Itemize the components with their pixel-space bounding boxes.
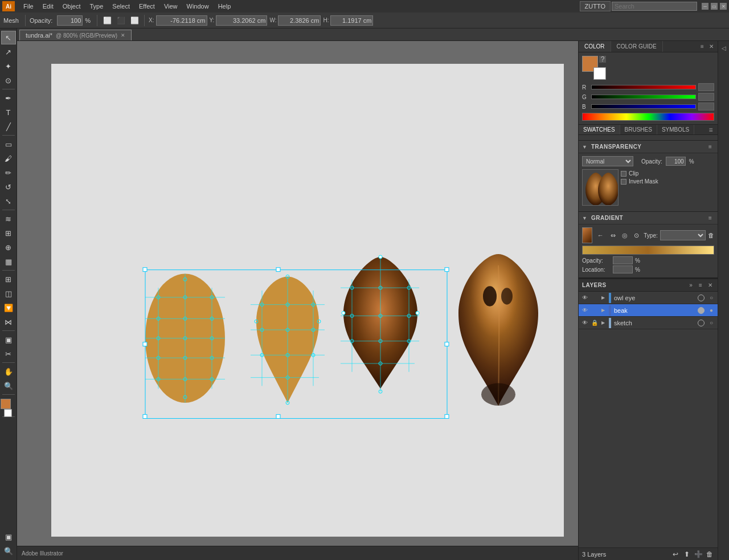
color-panel-menu-icon[interactable]: ≡ xyxy=(698,43,706,51)
selection-tool[interactable]: ↖ xyxy=(1,31,16,44)
restore-button[interactable]: ▭ xyxy=(711,3,718,10)
layers-expand-icon[interactable]: » xyxy=(687,281,695,289)
gradient-location-input[interactable] xyxy=(613,265,633,273)
gradient-linear-icon[interactable]: ⊙ xyxy=(631,230,641,240)
gradient-reverse-icon[interactable]: ← xyxy=(595,230,606,241)
symbol-spray-tool[interactable]: ⊕ xyxy=(1,240,16,254)
layer-expand-sketch[interactable]: ▶ xyxy=(600,320,606,326)
tab-color[interactable]: COLOR xyxy=(579,41,611,52)
new-layer-from-selection-button[interactable]: ⬆ xyxy=(682,550,691,559)
layer-circle-beak[interactable]: ● xyxy=(707,306,715,314)
r-value-input[interactable] xyxy=(698,83,714,91)
workspace-selector[interactable]: ZUTTO xyxy=(580,1,611,11)
change-screen-mode-button[interactable]: ▣ xyxy=(1,530,16,543)
gradient-radial-icon[interactable]: ◎ xyxy=(620,230,630,240)
color-spectrum[interactable] xyxy=(582,113,714,121)
new-layer-button[interactable]: ➕ xyxy=(694,550,703,559)
zoom-icon[interactable]: 🔍 xyxy=(1,544,16,558)
gradient-delete-icon[interactable]: 🗑 xyxy=(708,230,714,240)
stroke-fill-swatches[interactable] xyxy=(1,399,17,415)
panel-toggle-btn-1[interactable]: ◁ xyxy=(719,43,728,52)
gradient-type-select[interactable] xyxy=(660,230,706,240)
gradient-opacity-input[interactable] xyxy=(613,256,633,264)
gradient-header[interactable]: ▼ GRADIENT ≡ xyxy=(579,212,718,224)
layer-target-sketch[interactable] xyxy=(698,320,705,326)
make-sublayer-button[interactable]: ↩ xyxy=(671,550,680,559)
b-value-input[interactable] xyxy=(698,103,714,111)
color-swatches-display[interactable]: ? xyxy=(582,56,606,80)
layer-expand-beak[interactable]: ▶ xyxy=(600,308,606,313)
layer-visibility-owl-eye[interactable]: 👁 xyxy=(581,294,589,302)
menu-select[interactable]: Select xyxy=(108,2,134,11)
r-slider[interactable] xyxy=(591,85,696,89)
column-graph-tool[interactable]: ▦ xyxy=(1,255,16,268)
tab-brushes[interactable]: BRUSHES xyxy=(620,125,657,134)
gradient-menu-icon[interactable]: ≡ xyxy=(706,214,714,222)
layers-close-icon[interactable]: ✕ xyxy=(706,281,714,289)
close-button[interactable]: ✕ xyxy=(720,3,727,10)
tab-close-button[interactable]: ✕ xyxy=(121,32,125,38)
menu-effect[interactable]: Effect xyxy=(135,2,159,11)
fill-swatch[interactable] xyxy=(1,399,11,409)
layers-menu-icon[interactable]: ≡ xyxy=(697,281,705,289)
lasso-tool[interactable]: ⊙ xyxy=(1,73,16,87)
rotate-tool[interactable]: ↺ xyxy=(1,180,16,194)
tab-swatches[interactable]: SWATCHES xyxy=(579,125,620,134)
tab-symbols[interactable]: SYMBOLS xyxy=(657,125,694,134)
hand-tool[interactable]: ✋ xyxy=(1,365,16,378)
opacity-input[interactable] xyxy=(57,15,83,26)
layer-expand-owl-eye[interactable]: ▶ xyxy=(600,295,606,301)
align-left-icon[interactable]: ⬜ xyxy=(101,15,113,26)
layer-visibility-beak[interactable]: 👁 xyxy=(581,306,589,314)
menu-type[interactable]: Type xyxy=(86,2,108,11)
blend-tool[interactable]: ⋈ xyxy=(1,315,16,329)
delete-layer-button[interactable]: 🗑 xyxy=(705,550,714,559)
color-panel-collapse-icon[interactable]: ✕ xyxy=(707,43,715,51)
free-transform-tool[interactable]: ⊞ xyxy=(1,226,16,240)
magic-wand-tool[interactable]: ✦ xyxy=(1,59,16,73)
layer-circle-owl-eye[interactable]: ○ xyxy=(707,294,715,302)
menu-edit[interactable]: Edit xyxy=(39,2,58,11)
rectangle-tool[interactable]: ▭ xyxy=(1,137,16,151)
document-tab[interactable]: tundra.ai* @ 800% (RGB/Preview) ✕ xyxy=(19,30,132,40)
x-input[interactable] xyxy=(156,15,207,26)
warp-tool[interactable]: ≋ xyxy=(1,212,16,226)
gradient-tool[interactable]: ◫ xyxy=(1,287,16,300)
paintbrush-tool[interactable]: 🖌 xyxy=(1,152,16,165)
layer-target-beak[interactable] xyxy=(698,307,705,314)
minimize-button[interactable]: ─ xyxy=(702,3,708,10)
gradient-options-icon[interactable]: ⇔ xyxy=(607,230,619,241)
y-input[interactable] xyxy=(216,15,267,26)
scale-tool[interactable]: ⤡ xyxy=(1,194,16,208)
layer-target-owl-eye[interactable] xyxy=(698,295,705,301)
menu-view[interactable]: View xyxy=(160,2,182,11)
pencil-tool[interactable]: ✏ xyxy=(1,166,16,179)
invert-mask-checkbox[interactable] xyxy=(621,179,626,185)
menu-window[interactable]: Window xyxy=(183,2,213,11)
gradient-preview-thumb[interactable] xyxy=(582,227,592,243)
layer-lock-sketch[interactable]: 🔒 xyxy=(591,319,599,327)
scissors-tool[interactable]: ✂ xyxy=(1,347,16,361)
layer-row-sketch[interactable]: 👁 🔒 ▶ sketch ○ xyxy=(579,317,718,329)
type-tool[interactable]: T xyxy=(1,105,16,119)
pen-tool[interactable]: ✒ xyxy=(1,91,16,105)
h-input[interactable] xyxy=(330,15,373,26)
stroke-swatch[interactable] xyxy=(4,409,12,417)
transparency-opacity-input[interactable] xyxy=(666,157,686,166)
align-center-icon[interactable]: ⬛ xyxy=(115,15,126,26)
direct-selection-tool[interactable]: ↗ xyxy=(1,45,16,59)
menu-object[interactable]: Object xyxy=(59,2,85,11)
layer-circle-sketch[interactable]: ○ xyxy=(707,319,715,327)
tab-color-guide[interactable]: COLOR GUIDE xyxy=(611,41,663,52)
eyedropper-tool[interactable]: 🔽 xyxy=(1,301,16,314)
mesh-tool[interactable]: ⊞ xyxy=(1,272,16,286)
g-slider[interactable] xyxy=(591,95,696,99)
gradient-bar[interactable] xyxy=(582,246,714,255)
layer-visibility-sketch[interactable]: 👁 xyxy=(581,319,589,327)
layer-row-beak[interactable]: 👁 ▶ beak ● xyxy=(579,304,718,317)
w-input[interactable] xyxy=(278,15,321,26)
blend-mode-select[interactable]: Normal xyxy=(582,156,633,166)
canvas-area[interactable] xyxy=(17,41,578,546)
clip-checkbox[interactable] xyxy=(621,171,626,177)
swatches-menu-icon[interactable]: ≡ xyxy=(706,125,715,134)
